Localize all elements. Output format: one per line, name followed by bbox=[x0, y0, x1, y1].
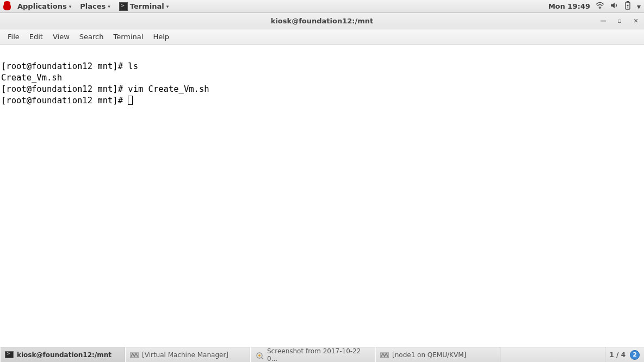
workspace-label: 1 / 4 bbox=[610, 351, 626, 359]
places-menu[interactable]: Places ▾ bbox=[78, 2, 113, 10]
terminal-viewport[interactable]: [root@foundation12 mnt]# ls Create_Vm.sh… bbox=[0, 45, 644, 347]
menu-edit[interactable]: Edit bbox=[25, 32, 47, 42]
menu-terminal[interactable]: Terminal bbox=[109, 32, 147, 42]
close-button[interactable]: ✕ bbox=[632, 17, 640, 24]
image-viewer-icon bbox=[255, 351, 264, 358]
applications-menu-label: Applications bbox=[17, 2, 67, 10]
window-title: kiosk@foundation12:/mnt bbox=[271, 17, 374, 25]
window-controls: — ▫ ✕ bbox=[599, 13, 640, 29]
battery-icon[interactable] bbox=[624, 1, 631, 11]
active-app-label: Terminal bbox=[130, 2, 164, 10]
places-menu-label: Places bbox=[80, 2, 106, 10]
menu-file[interactable]: File bbox=[3, 32, 24, 42]
panel-left-group: Applications ▾ Places ▾ Terminal ▾ bbox=[3, 2, 171, 11]
workspace-indicator[interactable]: 1 / 4 2 bbox=[605, 347, 644, 362]
svg-point-0 bbox=[599, 8, 600, 9]
vmm-icon bbox=[130, 351, 139, 358]
chevron-down-icon: ▾ bbox=[108, 4, 110, 9]
chevron-down-icon: ▾ bbox=[69, 4, 72, 9]
menu-help[interactable]: Help bbox=[148, 32, 174, 42]
menu-search[interactable]: Search bbox=[75, 32, 108, 42]
taskbar-item-label: kiosk@foundation12:/mnt bbox=[17, 351, 112, 359]
applications-menu[interactable]: Applications ▾ bbox=[15, 2, 73, 10]
terminal-icon bbox=[5, 351, 14, 358]
volume-icon[interactable] bbox=[610, 2, 618, 11]
notification-badge[interactable]: 2 bbox=[630, 350, 640, 360]
svg-point-5 bbox=[258, 354, 261, 357]
vmm-icon bbox=[380, 351, 389, 358]
taskbar-spacer bbox=[500, 347, 605, 362]
minimize-button[interactable]: — bbox=[599, 17, 607, 24]
taskbar-item-label: [node1 on QEMU/KVM] bbox=[392, 351, 466, 359]
wifi-icon[interactable] bbox=[596, 2, 604, 11]
panel-right-group: Mon 19:49 ▾ bbox=[548, 1, 641, 11]
taskbar-item-node1[interactable]: [node1 on QEMU/KVM] bbox=[375, 347, 500, 362]
distro-logo-icon bbox=[3, 3, 11, 10]
active-app-menu[interactable]: Terminal ▾ bbox=[117, 2, 171, 11]
gnome-top-panel: Applications ▾ Places ▾ Terminal ▾ Mon 1… bbox=[0, 0, 644, 13]
svg-line-6 bbox=[262, 358, 263, 359]
chevron-down-icon: ▾ bbox=[166, 4, 169, 9]
taskbar-item-terminal[interactable]: kiosk@foundation12:/mnt bbox=[0, 347, 125, 362]
taskbar-item-screenshot[interactable]: Screenshot from 2017-10-22 0... bbox=[250, 347, 375, 362]
window-titlebar[interactable]: kiosk@foundation12:/mnt — ▫ ✕ bbox=[0, 13, 644, 29]
svg-rect-2 bbox=[627, 1, 629, 3]
app-menubar: File Edit View Search Terminal Help bbox=[0, 29, 644, 45]
terminal-icon bbox=[119, 2, 128, 11]
taskbar-item-vmm[interactable]: [Virtual Machine Manager] bbox=[125, 347, 250, 362]
maximize-button[interactable]: ▫ bbox=[616, 17, 623, 24]
bottom-taskbar: kiosk@foundation12:/mnt [Virtual Machine… bbox=[0, 347, 644, 362]
clock-label[interactable]: Mon 19:49 bbox=[548, 2, 590, 10]
taskbar-item-label: Screenshot from 2017-10-22 0... bbox=[267, 347, 370, 363]
system-dropdown[interactable]: ▾ bbox=[637, 2, 641, 11]
taskbar-item-label: [Virtual Machine Manager] bbox=[142, 351, 228, 359]
cursor bbox=[128, 96, 133, 105]
menu-view[interactable]: View bbox=[48, 32, 74, 42]
